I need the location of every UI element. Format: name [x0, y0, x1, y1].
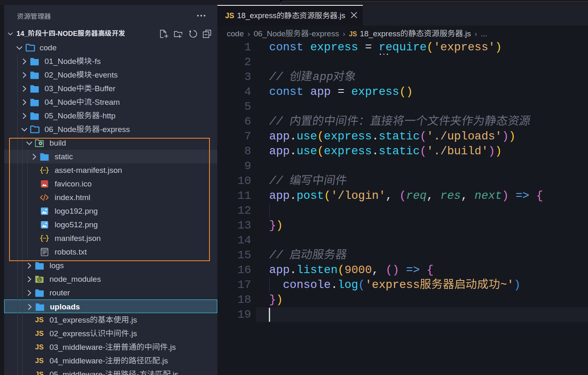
svg-text:JS: JS	[38, 278, 41, 281]
